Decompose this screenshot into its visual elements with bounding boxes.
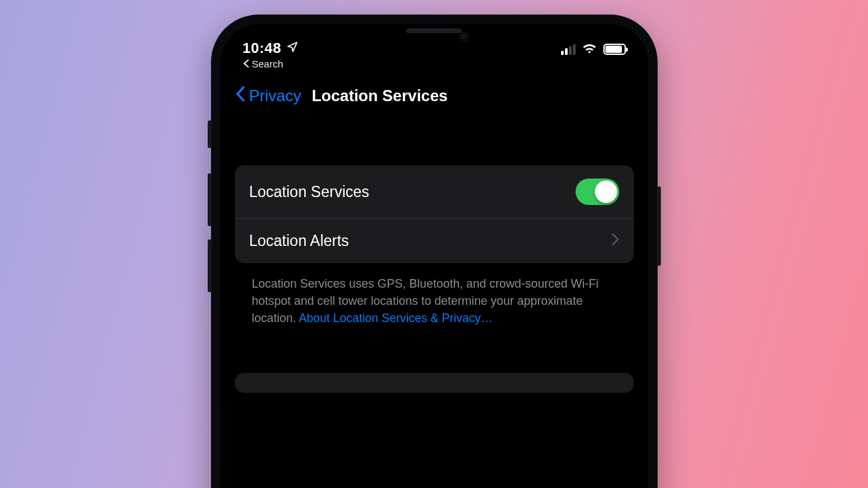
location-arrow-icon (286, 40, 298, 57)
toggle-knob (595, 181, 617, 203)
location-services-label: Location Services (249, 183, 370, 201)
chevron-right-icon (611, 232, 619, 250)
status-left: 10:48 Search (243, 36, 299, 69)
nav-bar: Privacy Location Services (220, 78, 648, 126)
location-services-row: Location Services (235, 165, 634, 218)
breadcrumb-back-icon (243, 58, 249, 69)
back-button[interactable]: Privacy (235, 86, 302, 106)
status-time-row: 10:48 (243, 40, 299, 57)
settings-group: Location Services Location Alerts (235, 165, 634, 263)
screen: 10:48 Search (220, 24, 648, 488)
status-right (561, 36, 626, 56)
breadcrumb-label: Search (252, 58, 284, 69)
breadcrumb[interactable]: Search (243, 58, 299, 69)
footer-description: Location Services uses GPS, Bluetooth, a… (235, 263, 634, 339)
location-alerts-label: Location Alerts (249, 232, 349, 250)
front-camera (459, 32, 470, 42)
speaker-grille (406, 28, 462, 33)
phone-frame: 10:48 Search (211, 15, 658, 488)
content-area: Location Services Location Alerts Locati… (220, 126, 648, 393)
about-location-services-link[interactable]: About Location Services & Privacy… (299, 311, 493, 325)
side-button-volume-down (208, 239, 212, 292)
page-title: Location Services (312, 87, 447, 105)
side-button-power (657, 186, 661, 266)
location-alerts-row[interactable]: Location Alerts (235, 218, 634, 263)
side-button-silent (208, 120, 212, 148)
wifi-icon (582, 42, 597, 56)
location-services-toggle[interactable] (576, 179, 619, 205)
battery-icon (603, 44, 626, 55)
side-button-volume-up (208, 173, 212, 226)
notch (357, 24, 511, 50)
settings-group-next (235, 373, 634, 393)
status-time: 10:48 (243, 40, 282, 57)
back-label: Privacy (249, 87, 302, 105)
chevron-left-icon (235, 86, 245, 106)
cellular-icon (561, 44, 576, 55)
